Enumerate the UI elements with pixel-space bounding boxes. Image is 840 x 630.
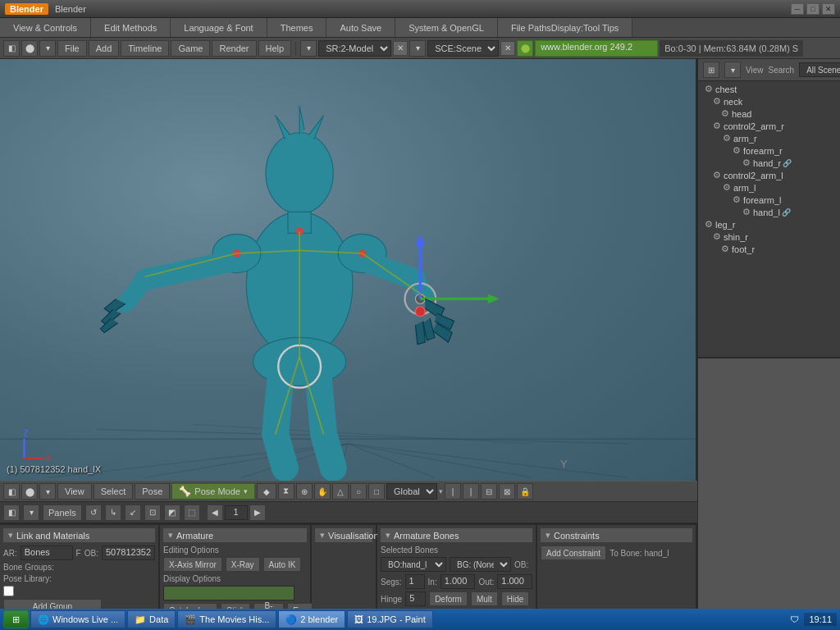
start-button[interactable]: ⊞ xyxy=(3,610,29,628)
page-input[interactable]: 1 xyxy=(225,505,248,520)
mult-toggle[interactable]: Mult xyxy=(471,591,498,606)
vt-icon4[interactable]: ⧗ xyxy=(278,483,294,500)
timeline-menu[interactable]: Timeline xyxy=(121,40,169,57)
tree-item-foot-r[interactable]: ⚙ foot_r 👁 xyxy=(698,243,840,255)
page-next[interactable]: ▶ xyxy=(249,504,266,521)
tab-language-font[interactable]: Language & Font xyxy=(171,18,267,37)
viewport-menu-icon[interactable]: ◧ xyxy=(3,483,20,500)
file-menu[interactable]: File xyxy=(57,40,87,57)
tree-item-arm-r[interactable]: ⚙ arm_r 👁 xyxy=(698,132,840,144)
sb-icon7[interactable]: ⬚ xyxy=(184,504,200,521)
vt-icon10[interactable]: 🔒 xyxy=(517,483,533,500)
tab-system-opengl[interactable]: System & OpenGL xyxy=(395,18,498,37)
mode-close-2[interactable]: ✕ xyxy=(500,41,515,56)
x-axis-mirror-button[interactable]: X-Axis Mirror xyxy=(163,557,222,572)
vt-icon9[interactable]: ⊠ xyxy=(499,483,515,500)
taskbar-item-windows-live[interactable]: 🌐 Windows Live ... xyxy=(30,610,126,628)
bg-select[interactable]: BG: (None) xyxy=(450,557,511,572)
vt-down[interactable]: ▾ xyxy=(39,483,56,500)
add-menu[interactable]: Add xyxy=(89,40,120,57)
all-scenes-select[interactable]: All Scenes xyxy=(799,62,840,77)
close-button[interactable]: ✕ xyxy=(822,3,835,15)
pose-button[interactable]: Pose xyxy=(135,483,170,500)
vt-circle[interactable]: ○ xyxy=(350,483,367,500)
vt-hand[interactable]: ✋ xyxy=(314,483,331,500)
display-slider[interactable] xyxy=(163,586,294,600)
vt-icon5[interactable]: ⊕ xyxy=(296,483,313,500)
panels-button[interactable]: Panels xyxy=(43,504,82,521)
vt-triangle[interactable]: △ xyxy=(332,483,349,500)
taskbar-item-paint[interactable]: 🖼 19.JPG - Paint xyxy=(347,610,433,628)
viewport-icon[interactable]: ◧ xyxy=(3,40,20,57)
minimize-button[interactable]: ─ xyxy=(791,3,804,15)
tree-item-chest[interactable]: ⚙ chest 👁 xyxy=(698,83,840,95)
taskbar-item-blender[interactable]: 🔵 2 blender xyxy=(278,610,345,628)
vt-icon8[interactable]: ⊟ xyxy=(481,483,497,500)
wl-label: Windows Live ... xyxy=(52,614,118,624)
tree-item-control2-arm-r[interactable]: ⚙ control2_arm_r 👁 xyxy=(698,120,840,132)
down-arrow-1[interactable]: ▾ xyxy=(300,40,317,57)
taskbar-item-data[interactable]: 📁 Data xyxy=(127,610,176,628)
hinge-value[interactable]: 5 xyxy=(405,591,426,606)
tree-item-neck[interactable]: ⚙ neck 👁 xyxy=(698,95,840,107)
tree-item-control2-arm-l[interactable]: ⚙ control2_arm_l 👁 xyxy=(698,169,840,181)
vt-icon2[interactable]: ⬤ xyxy=(21,483,38,500)
auto-ik-button[interactable]: Auto IK xyxy=(263,557,302,572)
tree-item-hand-r[interactable]: ⚙ hand_r 🔗 👁 xyxy=(698,157,840,169)
vt-icon7[interactable]: | xyxy=(463,483,479,500)
tab-file-paths[interactable]: File PathsDisplay:Tool Tips xyxy=(498,18,632,37)
down-icon[interactable]: ▾ xyxy=(39,40,56,57)
app-layout: Blender Blender ─ □ ✕ View & Controls Ed… xyxy=(0,0,840,630)
segs-value[interactable]: 1 xyxy=(405,574,425,589)
tab-auto-save[interactable]: Auto Save xyxy=(326,18,395,37)
out-value[interactable]: 1.000 xyxy=(497,574,532,589)
tab-edit-methods[interactable]: Edit Methods xyxy=(91,18,171,37)
maximize-button[interactable]: □ xyxy=(806,3,819,15)
x-ray-button[interactable]: X-Ray xyxy=(226,557,260,572)
vt-icon6[interactable]: | xyxy=(445,483,461,500)
tab-themes[interactable]: Themes xyxy=(267,18,327,37)
tree-item-forearm-r[interactable]: ⚙ forearm_r 👁 xyxy=(698,144,840,157)
tree-item-forearm-l[interactable]: ⚙ forearm_l 👁 xyxy=(698,194,840,206)
view-button[interactable]: View xyxy=(57,483,92,500)
deform-toggle[interactable]: Deform xyxy=(429,591,468,606)
ar-value[interactable]: Bones xyxy=(21,546,73,560)
down-arrow-2[interactable]: ▾ xyxy=(409,40,426,57)
mode-close-1[interactable]: ✕ xyxy=(393,41,408,56)
pose-mode-badge[interactable]: 🦴 Pose Mode ▾ xyxy=(171,483,255,500)
sb-icon6[interactable]: ◩ xyxy=(164,504,180,521)
3d-viewport[interactable]: Z X Y (1) 507812352 hand_lX xyxy=(0,59,697,481)
sb-icon1[interactable]: ◧ xyxy=(3,504,20,521)
outliner-icon[interactable]: ⊞ xyxy=(703,62,719,78)
render-menu[interactable]: Render xyxy=(212,40,256,57)
in-value[interactable]: 1.000 xyxy=(441,574,476,589)
global-select[interactable]: Global xyxy=(386,483,437,500)
sb-icon2[interactable]: ↺ xyxy=(85,504,102,521)
sb-icon5[interactable]: ⊡ xyxy=(144,504,161,521)
mode-select-1[interactable]: SR:2-Model xyxy=(318,40,391,57)
tree-item-hand-l[interactable]: ⚙ hand_l 🔗 👁 xyxy=(698,206,840,218)
tree-item-arm-l[interactable]: ⚙ arm_l 👁 xyxy=(698,181,840,194)
taskbar-item-movies[interactable]: 🎬 The Movies His... xyxy=(177,610,276,628)
ob-value[interactable]: 507812352 xyxy=(102,546,155,560)
mode-select-2[interactable]: SCE:Scene xyxy=(427,40,499,57)
sb-icon4[interactable]: ↙ xyxy=(125,504,141,521)
outliner-down[interactable]: ▾ xyxy=(724,62,741,78)
vt-square[interactable]: □ xyxy=(368,483,385,500)
link-checkbox[interactable] xyxy=(3,586,14,596)
tree-item-shin-r[interactable]: ⚙ shin_r 👁 xyxy=(698,231,840,243)
arrows-icon[interactable]: ⬤ xyxy=(21,40,38,57)
sb-down[interactable]: ▾ xyxy=(23,504,39,521)
add-constraint-button[interactable]: Add Constraint xyxy=(541,546,606,560)
help-menu[interactable]: Help xyxy=(258,40,292,57)
select-button[interactable]: Select xyxy=(94,483,134,500)
tab-view-controls[interactable]: View & Controls xyxy=(0,18,91,37)
hide-toggle[interactable]: Hide xyxy=(501,591,530,606)
game-menu[interactable]: Game xyxy=(171,40,210,57)
bone-select[interactable]: BO:hand_l xyxy=(381,557,446,572)
page-prev[interactable]: ◀ xyxy=(207,504,223,521)
tree-item-leg-r[interactable]: ⚙ leg_r 👁 xyxy=(698,218,840,231)
vt-icon3[interactable]: ◆ xyxy=(257,483,276,500)
tree-item-head[interactable]: ⚙ head 👁 xyxy=(698,107,840,120)
sb-icon3[interactable]: ↳ xyxy=(105,504,121,521)
